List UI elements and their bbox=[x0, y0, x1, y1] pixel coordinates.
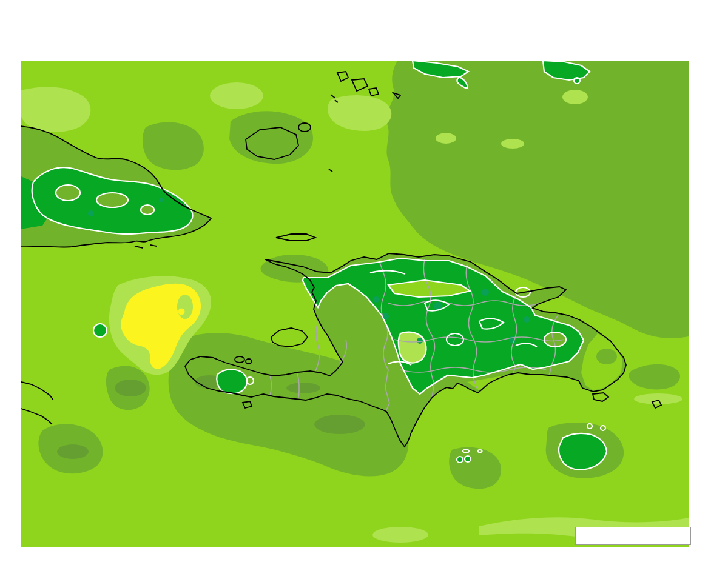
temperature-shading bbox=[18, 61, 689, 547]
map-canvas bbox=[18, 61, 689, 547]
header bbox=[0, 0, 728, 4]
weather-map-page bbox=[0, 0, 728, 562]
forecast-map bbox=[0, 58, 728, 562]
credit-box bbox=[575, 527, 691, 545]
